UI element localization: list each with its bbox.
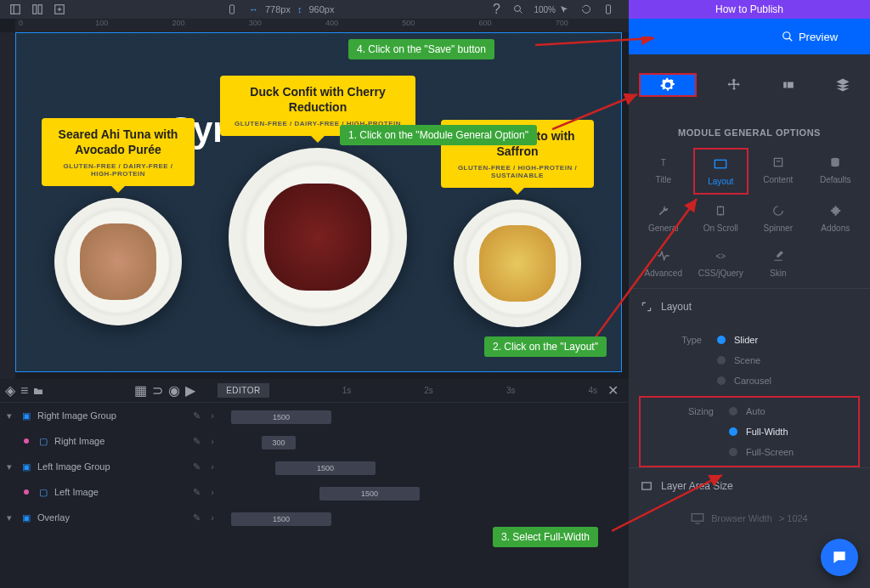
opt-content[interactable]: Content bbox=[750, 148, 806, 195]
puzzle-icon bbox=[828, 203, 843, 218]
edit-icon[interactable]: ✎ bbox=[193, 461, 201, 472]
image-icon: ▢ bbox=[37, 486, 49, 498]
eye-icon[interactable]: ◉ bbox=[168, 382, 180, 399]
close-icon[interactable]: ✕ bbox=[602, 382, 624, 399]
opt-css[interactable]: <>CSS/jQuery bbox=[693, 241, 749, 285]
tab-general[interactable] bbox=[639, 73, 697, 97]
layers-icon[interactable]: ◈ bbox=[5, 382, 15, 399]
dish-center[interactable]: Duck Confit with Cherry ReductionGLUTEN-… bbox=[220, 76, 415, 326]
panel-title: MODULE GENERAL OPTIONS bbox=[629, 116, 870, 144]
opt-title[interactable]: TTitle bbox=[636, 148, 692, 195]
canvas[interactable]: Syr Seared Ahi Tuna with Avocado PuréeGL… bbox=[15, 32, 622, 372]
timeline-track[interactable]: 1500 bbox=[221, 404, 629, 430]
opt-label: Content bbox=[763, 175, 793, 184]
undo-icon[interactable] bbox=[578, 1, 595, 18]
layer-name: Left Image bbox=[54, 487, 99, 497]
canvas-height[interactable]: 960px bbox=[308, 4, 334, 14]
timeline-row[interactable]: ▾▣Overlay✎› bbox=[0, 505, 221, 530]
add-icon[interactable] bbox=[51, 1, 68, 18]
action-row: Preview bbox=[629, 19, 870, 54]
save-button-area[interactable] bbox=[629, 19, 749, 54]
dot-icon bbox=[24, 489, 29, 495]
opt-label: Title bbox=[655, 175, 671, 184]
svg-rect-16 bbox=[774, 158, 782, 166]
help-icon[interactable]: ? bbox=[488, 1, 505, 18]
sizing-fullscreen[interactable]: Full-Screen bbox=[641, 442, 858, 462]
plate-image bbox=[54, 198, 182, 325]
layer-area-section[interactable]: Layer Area Size bbox=[629, 467, 870, 504]
type-carousel[interactable]: Carousel bbox=[629, 370, 870, 391]
columns-icon[interactable] bbox=[29, 1, 46, 18]
edit-icon[interactable]: ✎ bbox=[193, 487, 201, 498]
opt-layout[interactable]: Layout bbox=[693, 148, 749, 195]
timeline-track[interactable]: 1500 bbox=[221, 455, 629, 481]
text-icon: T bbox=[656, 155, 671, 170]
preview-button[interactable]: Preview bbox=[749, 19, 870, 54]
sizing-auto[interactable]: SizingAuto bbox=[641, 401, 858, 421]
pointer-icon[interactable] bbox=[556, 1, 573, 18]
timeline-row[interactable]: ▾▣Right Image Group✎› bbox=[0, 403, 221, 428]
canvas-width[interactable]: 778px bbox=[265, 4, 291, 14]
layout-section-header[interactable]: Layout bbox=[629, 288, 870, 325]
device-icon[interactable] bbox=[600, 1, 617, 18]
timeline-bar[interactable]: 1500 bbox=[319, 487, 420, 500]
plate-image bbox=[454, 200, 581, 327]
timeline-row[interactable]: ▢Right Image✎› bbox=[0, 428, 221, 454]
type-slider[interactable]: TypeSlider bbox=[629, 330, 870, 350]
group-icon: ▣ bbox=[20, 512, 32, 523]
chat-button[interactable] bbox=[821, 539, 858, 576]
how-to-publish-banner[interactable]: How to Publish bbox=[629, 0, 870, 19]
sizing-group: SizingAuto Full-Width Full-Screen bbox=[639, 396, 860, 467]
timeline-bar[interactable]: 300 bbox=[262, 436, 296, 449]
opt-defaults[interactable]: Defaults bbox=[808, 148, 864, 195]
search-icon bbox=[782, 31, 794, 42]
opt-spinner[interactable]: Spinner bbox=[750, 196, 806, 240]
expand-icon bbox=[641, 301, 652, 313]
opt-general[interactable]: General bbox=[636, 196, 692, 240]
dish-right[interactable]: Lobster Risotto with SaffronGLUTEN-FREE … bbox=[441, 120, 594, 327]
dish-tags: GLUTEN-FREE / HIGH-PROTEIN / SUSTAINABLE bbox=[451, 164, 584, 179]
svg-point-8 bbox=[515, 6, 521, 12]
tab-slides[interactable] bbox=[761, 54, 816, 116]
timeline-row[interactable]: ▾▣Left Image Group✎› bbox=[0, 454, 221, 479]
opt-addons[interactable]: Addons bbox=[808, 196, 864, 240]
timeline-row[interactable]: ▢Left Image✎› bbox=[0, 479, 221, 505]
edit-icon[interactable]: ✎ bbox=[193, 512, 201, 523]
svg-line-9 bbox=[520, 11, 523, 14]
type-label: Type bbox=[641, 335, 717, 345]
magnet-icon[interactable]: ⊃ bbox=[152, 382, 163, 399]
folder-icon[interactable] bbox=[33, 387, 43, 395]
monitor-icon bbox=[691, 512, 704, 524]
edit-icon[interactable]: ✎ bbox=[193, 436, 201, 447]
edit-icon[interactable]: ✎ bbox=[193, 410, 201, 421]
chevron-right-icon: › bbox=[211, 436, 214, 446]
canvas-area: 0100200300400500600700 Syr Seared Ahi Tu… bbox=[0, 19, 629, 379]
database-icon bbox=[828, 155, 843, 170]
list-icon[interactable]: ≡ bbox=[20, 383, 28, 399]
timeline-track[interactable]: 300 bbox=[221, 430, 629, 455]
dish-left[interactable]: Seared Ahi Tuna with Avocado PuréeGLUTEN… bbox=[42, 118, 195, 325]
opt-label: Advanced bbox=[645, 269, 682, 278]
panel-icon[interactable] bbox=[7, 1, 24, 18]
sizing-fullwidth[interactable]: Full-Width bbox=[641, 421, 858, 442]
tab-navigation[interactable] bbox=[707, 54, 761, 116]
mobile-icon[interactable] bbox=[223, 1, 240, 18]
svg-point-11 bbox=[783, 32, 790, 39]
timeline-track[interactable]: 1500 bbox=[221, 481, 629, 506]
tab-layers[interactable] bbox=[816, 54, 870, 116]
grid-icon[interactable]: ▦ bbox=[134, 382, 147, 399]
opt-onscroll[interactable]: On Scroll bbox=[693, 196, 749, 240]
image-icon: ▢ bbox=[37, 435, 49, 447]
type-group: TypeSlider Scene Carousel bbox=[629, 325, 870, 396]
timeline-bar[interactable]: 1500 bbox=[231, 410, 331, 424]
content-icon bbox=[771, 155, 786, 170]
type-scene[interactable]: Scene bbox=[629, 350, 870, 370]
opt-advanced[interactable]: Advanced bbox=[636, 241, 692, 285]
play-icon[interactable]: ▶ bbox=[185, 382, 195, 399]
zoom-icon[interactable] bbox=[510, 1, 527, 18]
timeline-bar[interactable]: 1500 bbox=[231, 512, 331, 526]
plate-image bbox=[229, 148, 407, 326]
width-arrows-icon: ↔ bbox=[249, 4, 258, 14]
timeline-bar[interactable]: 1500 bbox=[275, 461, 376, 475]
opt-skin[interactable]: Skin bbox=[750, 241, 806, 285]
